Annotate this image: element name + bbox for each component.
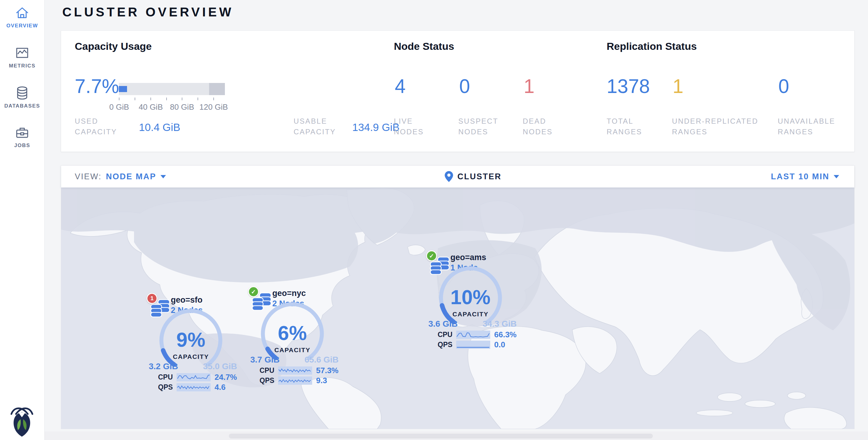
capacity-percent: 9% bbox=[157, 328, 224, 351]
sidebar: OVERVIEW METRICS DATABASES JOBS bbox=[0, 0, 45, 440]
qps-sparkline bbox=[456, 341, 490, 349]
qps-label: QPS bbox=[259, 376, 274, 385]
total-ranges-label: TOTAL RANGES bbox=[607, 116, 649, 137]
breadcrumb-cluster: CLUSTER bbox=[457, 172, 501, 181]
total-ranges-value: 1378 bbox=[607, 75, 650, 98]
capacity-label: CAPACITY bbox=[259, 346, 326, 354]
capacity-label: CAPACITY bbox=[437, 311, 504, 318]
sidebar-item-jobs[interactable]: JOBS bbox=[0, 125, 44, 149]
horizontal-scrollbar-thumb[interactable] bbox=[229, 434, 653, 438]
used-gib: 3.7 GiB bbox=[249, 355, 280, 365]
suspect-nodes-label: SUSPECT NODES bbox=[458, 116, 507, 137]
time-range-dropdown[interactable]: LAST 10 MIN bbox=[771, 172, 829, 181]
locality-name[interactable]: geo=ams bbox=[451, 253, 486, 262]
used-capacity-value: 10.4 GiB bbox=[139, 121, 180, 133]
cpu-sparkline bbox=[456, 331, 490, 339]
map-toolbar: VIEW: NODE MAP CLUSTER LAST 10 MIN bbox=[61, 166, 854, 187]
total-gib: 65.6 GiB bbox=[305, 355, 339, 365]
cpu-label: CPU bbox=[158, 373, 173, 381]
capacity-label: CAPACITY bbox=[157, 353, 224, 360]
node-status-title: Node Status bbox=[394, 40, 454, 52]
qps-sparkline bbox=[278, 376, 312, 385]
total-gib: 35.0 GiB bbox=[203, 362, 237, 371]
locality-name[interactable]: geo=sfo bbox=[171, 295, 203, 305]
suspect-nodes-value: 0 bbox=[459, 75, 470, 98]
cpu-label: CPU bbox=[259, 367, 274, 375]
cpu-sparkline bbox=[177, 373, 211, 381]
dead-nodes-label: DEAD NODES bbox=[523, 116, 562, 137]
cpu-value: 24.7% bbox=[215, 373, 237, 382]
briefcase-icon bbox=[15, 125, 29, 140]
sidebar-item-label: JOBS bbox=[0, 143, 44, 149]
under-replicated-ranges-label: UNDER-REPLICATED RANGES bbox=[672, 116, 775, 137]
cockroachdb-logo bbox=[7, 404, 36, 437]
capacity-bar-chart: 0 GiB 40 GiB 80 GiB 120 GiB bbox=[119, 83, 225, 95]
view-label: VIEW: bbox=[75, 172, 102, 181]
locality-name[interactable]: geo=nyc bbox=[272, 289, 306, 298]
page-title: CLUSTER OVERVIEW bbox=[62, 5, 234, 20]
cpu-sparkline bbox=[278, 367, 312, 375]
world-map[interactable]: 1 geo=sfo 2 Nodes 9% CAPACITY 3.2 GiB 35… bbox=[61, 187, 854, 429]
unavailable-ranges-label: UNAVAILABLE RANGES bbox=[778, 116, 854, 137]
used-capacity-label: USED CAPACITY bbox=[75, 116, 128, 137]
axis-tick-label: 0 GiB bbox=[104, 102, 134, 112]
live-nodes-value: 4 bbox=[395, 75, 406, 98]
chevron-down-icon[interactable] bbox=[834, 175, 839, 178]
cpu-value: 57.3% bbox=[316, 366, 339, 375]
cluster-summary-panel: Capacity Usage 7.7% 0 GiB 40 GiB 80 GiB … bbox=[61, 30, 855, 152]
locality-sfo[interactable]: 1 geo=sfo 2 Nodes 9% CAPACITY 3.2 GiB 35… bbox=[147, 293, 244, 393]
metrics-icon bbox=[15, 45, 29, 60]
axis-tick-label: 80 GiB bbox=[167, 102, 197, 112]
qps-sparkline bbox=[177, 383, 211, 391]
qps-value: 9.3 bbox=[316, 376, 327, 385]
axis-tick-label: 120 GiB bbox=[198, 102, 229, 112]
capacity-bar-used bbox=[119, 86, 127, 92]
node-map-panel: VIEW: NODE MAP CLUSTER LAST 10 MIN bbox=[61, 165, 855, 429]
sidebar-item-overview[interactable]: OVERVIEW bbox=[0, 5, 44, 29]
axis-tick-label: 40 GiB bbox=[135, 102, 166, 112]
live-nodes-label: LIVE NODES bbox=[394, 116, 433, 137]
chevron-down-icon[interactable] bbox=[160, 175, 166, 178]
view-dropdown[interactable]: NODE MAP bbox=[106, 172, 157, 181]
qps-label: QPS bbox=[438, 341, 452, 349]
usable-capacity-label: USABLE CAPACITY bbox=[293, 116, 347, 137]
capacity-bar-reserved bbox=[209, 83, 225, 95]
unavailable-ranges-value: 0 bbox=[778, 75, 789, 98]
cpu-value: 66.3% bbox=[494, 330, 517, 339]
used-gib: 3.2 GiB bbox=[148, 362, 178, 371]
capacity-usage-title: Capacity Usage bbox=[75, 40, 152, 52]
location-pin-icon bbox=[445, 171, 453, 182]
dead-nodes-value: 1 bbox=[524, 75, 535, 98]
database-icon bbox=[15, 86, 29, 100]
total-gib: 34.3 GiB bbox=[483, 319, 517, 329]
qps-value: 4.6 bbox=[215, 383, 225, 392]
sidebar-item-databases[interactable]: DATABASES bbox=[0, 86, 44, 109]
home-icon bbox=[15, 5, 29, 20]
capacity-percent: 7.7% bbox=[75, 75, 119, 98]
locality-ams[interactable]: ✓ geo=ams 1 Node 10% CAPACITY 3.6 GiB 34… bbox=[426, 250, 523, 351]
capacity-percent: 6% bbox=[259, 321, 326, 345]
sidebar-item-metrics[interactable]: METRICS bbox=[0, 45, 44, 69]
used-gib: 3.6 GiB bbox=[427, 319, 458, 329]
qps-value: 0.0 bbox=[494, 340, 505, 349]
sidebar-item-label: DATABASES bbox=[0, 103, 44, 109]
replication-status-title: Replication Status bbox=[607, 40, 697, 52]
qps-label: QPS bbox=[158, 383, 173, 391]
sidebar-item-label: OVERVIEW bbox=[0, 23, 44, 29]
locality-nyc[interactable]: ✓ geo=nyc 2 Nodes 6% CAPACITY 3.7 GiB 65… bbox=[248, 286, 345, 386]
usable-capacity-value: 134.9 GiB bbox=[352, 121, 400, 133]
sidebar-item-label: METRICS bbox=[0, 63, 44, 69]
capacity-percent: 10% bbox=[437, 286, 504, 309]
under-replicated-ranges-value: 1 bbox=[673, 75, 684, 98]
cpu-label: CPU bbox=[438, 331, 452, 339]
